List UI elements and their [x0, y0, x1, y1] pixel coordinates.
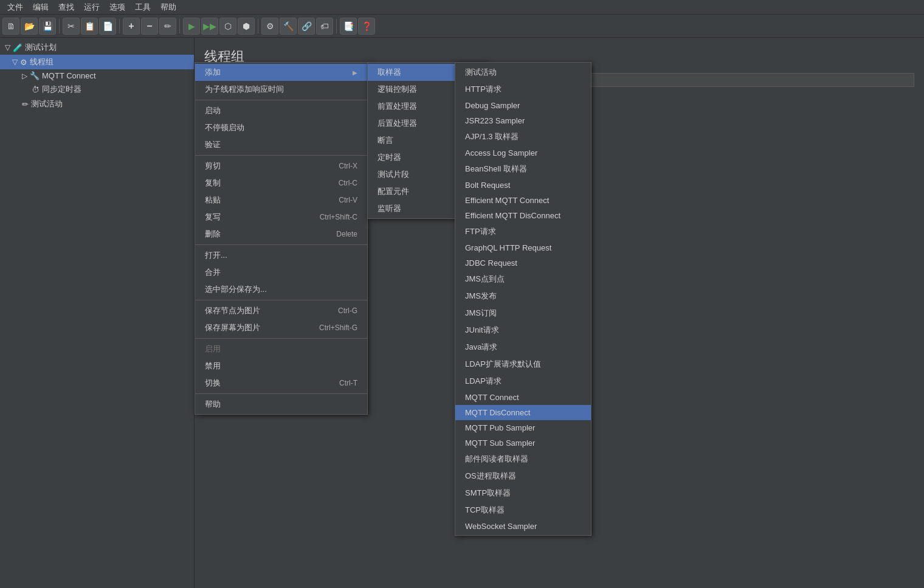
toolbar-run[interactable]: ▶: [183, 18, 200, 35]
ctx-start[interactable]: 启动: [195, 102, 367, 119]
toolbar-settings[interactable]: ⚙: [261, 18, 278, 35]
ctx-cut-shortcut: Ctrl-X: [339, 162, 357, 170]
sidebar-label-timer: 同步定时器: [42, 84, 81, 95]
toolbar-sep3: [179, 19, 180, 33]
ctx-enable: 启用: [195, 341, 367, 358]
toolbar-help[interactable]: ❓: [358, 18, 375, 35]
toolbar-tag[interactable]: 🏷: [316, 18, 333, 35]
ctx-open[interactable]: 打开...: [195, 247, 367, 264]
ctx-websocket-sampler[interactable]: WebSocket Sampler: [455, 519, 591, 534]
ctx-http-request[interactable]: HTTP请求: [455, 81, 591, 98]
ctx-tcp-sampler[interactable]: TCP取样器: [455, 502, 591, 519]
menu-options[interactable]: 选项: [105, 1, 130, 14]
ctx-sep6: [195, 393, 367, 394]
ctx-cut[interactable]: 剪切 Ctrl-X: [195, 157, 367, 175]
ctx-efficient-mqtt-disconnect[interactable]: Efficient MQTT DisConnect: [455, 208, 591, 223]
ctx-sep1: [195, 100, 367, 100]
menu-run[interactable]: 运行: [79, 1, 105, 14]
ctx-mail-reader[interactable]: 邮件阅读者取样器: [455, 451, 591, 468]
menu-tools[interactable]: 工具: [130, 1, 156, 14]
toolbar-open[interactable]: 📂: [21, 18, 38, 35]
ctx-access-log-sampler[interactable]: Access Log Sampler: [455, 145, 591, 161]
sidebar-item-thread-group[interactable]: ▽ ⚙ 线程组: [0, 55, 194, 69]
ctx-copy[interactable]: 复制 Ctrl-C: [195, 175, 367, 192]
toolbar-add[interactable]: +: [123, 18, 140, 35]
ctx-copy-shortcut: Ctrl-C: [339, 179, 357, 187]
sidebar-item-test-plan[interactable]: ▽ 🧪 测试计划: [0, 40, 194, 55]
ctx-jsr223-sampler[interactable]: JSR223 Sampler: [455, 113, 591, 128]
ctx-java-request[interactable]: Java请求: [455, 339, 591, 356]
ctx-bolt-request[interactable]: Bolt Request: [455, 178, 591, 193]
menu-help[interactable]: 帮助: [156, 1, 181, 14]
ctx-verify[interactable]: 验证: [195, 136, 367, 153]
ctx-add-response[interactable]: 为子线程添加响应时间: [195, 81, 367, 98]
toolbar-copy[interactable]: 📋: [81, 18, 98, 35]
ctx-save-screen-img[interactable]: 保存屏幕为图片 Ctrl+Shift-G: [195, 319, 367, 336]
toolbar-link[interactable]: 🔗: [298, 18, 315, 35]
toolbar-sep4: [258, 19, 258, 33]
ctx-save-node-img[interactable]: 保存节点为图片 Ctrl-G: [195, 302, 367, 319]
ctx-mqtt-connect[interactable]: MQTT Connect: [455, 390, 591, 405]
ctx-test-action[interactable]: 测试活动: [455, 64, 591, 81]
ctx-help[interactable]: 帮助: [195, 396, 367, 413]
ctx-toggle[interactable]: 切换 Ctrl-T: [195, 375, 367, 392]
ctx-sep3: [195, 244, 367, 245]
ctx-start-no-pause[interactable]: 不停顿启动: [195, 119, 367, 136]
ctx-sep2: [195, 155, 367, 156]
sidebar-label-mqtt: MQTT Connect: [42, 71, 96, 80]
toolbar-save[interactable]: 💾: [39, 18, 56, 35]
ctx-junit-request[interactable]: JUnit请求: [455, 322, 591, 339]
ctx-os-process[interactable]: OS进程取样器: [455, 468, 591, 485]
ctx-paste-shortcut: Ctrl-V: [339, 196, 357, 204]
ctx-save-as[interactable]: 选中部分保存为...: [195, 281, 367, 298]
ctx-disable[interactable]: 禁用: [195, 358, 367, 375]
sidebar-item-timer[interactable]: ⏱ 同步定时器: [0, 82, 194, 97]
toolbar-edit[interactable]: ✏: [159, 18, 176, 35]
ctx-merge[interactable]: 合并: [195, 264, 367, 281]
ctx-mqtt-pub[interactable]: MQTT Pub Sampler: [455, 420, 591, 435]
ctx-smtp-sampler[interactable]: SMTP取样器: [455, 485, 591, 502]
ctx-jms-pub[interactable]: JMS发布: [455, 288, 591, 305]
ctx-paste[interactable]: 粘贴 Ctrl-V: [195, 192, 367, 209]
test-action-icon: ✏: [22, 100, 29, 109]
ctx-ldap-request[interactable]: LDAP请求: [455, 373, 591, 390]
toolbar-new[interactable]: 🗎: [2, 18, 19, 35]
toolbar-run-all[interactable]: ▶▶: [201, 18, 218, 35]
menu-edit[interactable]: 编辑: [28, 1, 53, 14]
ctx-graphql-http[interactable]: GraphQL HTTP Request: [455, 240, 591, 255]
toolbar-debug[interactable]: 🔨: [280, 18, 297, 35]
toolbar-remove[interactable]: −: [141, 18, 158, 35]
ctx-del-shortcut: Delete: [336, 230, 357, 238]
toolbar-list[interactable]: 📑: [340, 18, 357, 35]
toolbar-cut[interactable]: ✂: [63, 18, 80, 35]
menu-file[interactable]: 文件: [2, 1, 28, 14]
ctx-add[interactable]: 添加 ▶: [195, 64, 367, 81]
menu-find[interactable]: 查找: [53, 1, 79, 14]
timer-icon: ⏱: [32, 85, 40, 94]
ctx-debug-sampler[interactable]: Debug Sampler: [455, 98, 591, 113]
ctx-mqtt-disconnect[interactable]: MQTT DisConnect: [455, 405, 591, 420]
expand-icon2: ▽: [12, 58, 18, 66]
toolbar-stop[interactable]: ⬡: [219, 18, 236, 35]
ctx-dup-shortcut: Ctrl+Shift-C: [320, 213, 357, 221]
ctx-jdbc-request[interactable]: JDBC Request: [455, 255, 591, 271]
thread-group-icon: ⚙: [20, 58, 27, 67]
sidebar-item-mqtt-connect[interactable]: ▷ 🔧 MQTT Connect: [0, 69, 194, 82]
ctx-add-arrow: ▶: [353, 69, 357, 76]
ctx-duplicate[interactable]: 复写 Ctrl+Shift-C: [195, 209, 367, 226]
toolbar-stop-now[interactable]: ⬢: [238, 18, 255, 35]
toolbar-sep5: [336, 19, 337, 33]
ctx-jms-sub[interactable]: JMS订阅: [455, 305, 591, 322]
ctx-mqtt-sub[interactable]: MQTT Sub Sampler: [455, 435, 591, 451]
toolbar-paste[interactable]: 📄: [99, 18, 116, 35]
ctx-ajp-sampler[interactable]: AJP/1.3 取样器: [455, 128, 591, 145]
ctx-ldap-ext[interactable]: LDAP扩展请求默认值: [455, 356, 591, 373]
ctx-jms-p2p[interactable]: JMS点到点: [455, 271, 591, 288]
menubar: 文件 编辑 查找 运行 选项 工具 帮助: [0, 0, 924, 15]
ctx-beanshell-sampler[interactable]: BeanShell 取样器: [455, 161, 591, 178]
ctx-ftp-request[interactable]: FTP请求: [455, 223, 591, 240]
sidebar: ▽ 🧪 测试计划 ▽ ⚙ 线程组 ▷ 🔧 MQTT Connect ⏱ 同步定时…: [0, 38, 195, 588]
ctx-efficient-mqtt-connect[interactable]: Efficient MQTT Connect: [455, 193, 591, 208]
ctx-delete[interactable]: 删除 Delete: [195, 226, 367, 243]
sidebar-item-test-action[interactable]: ✏ 测试活动: [0, 97, 194, 111]
